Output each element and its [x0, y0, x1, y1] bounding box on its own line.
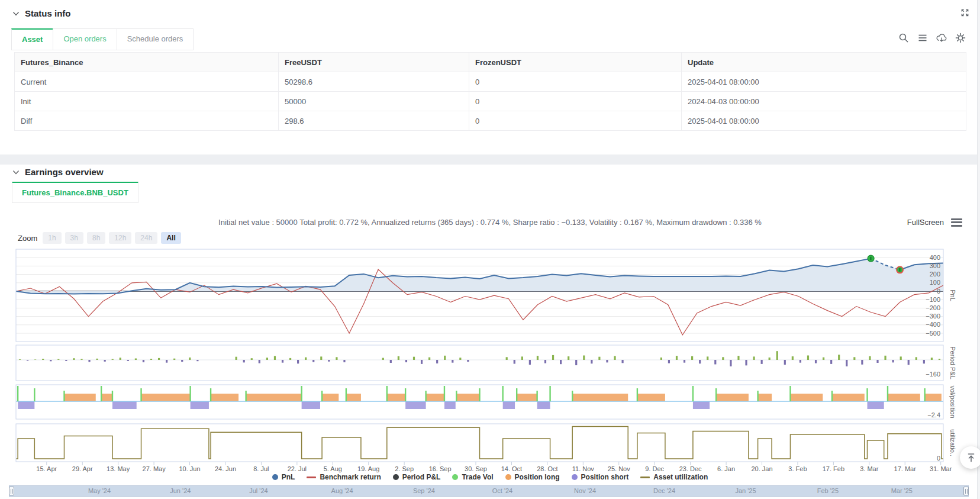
tab-futures-binance-bnb-usdt[interactable]: Futures_Binance.BNB_USDT: [12, 182, 138, 203]
navigator-month-label: May '24: [88, 487, 111, 494]
column-header-freeusdt: FreeUSDT: [279, 53, 469, 72]
svg-text:−500: −500: [926, 330, 940, 337]
menu-icon[interactable]: [917, 33, 928, 43]
svg-text:23. Dec: 23. Dec: [679, 465, 702, 472]
legend-label: Position long: [515, 473, 560, 481]
navigator-handle-right[interactable]: [963, 487, 969, 495]
table-cell: 0: [469, 111, 682, 131]
chart-menu-icon[interactable]: [951, 218, 962, 227]
svg-text:0: 0: [937, 288, 940, 295]
legend-item[interactable]: Trade Vol: [452, 473, 493, 481]
svg-text:100: 100: [930, 279, 940, 286]
legend-marker: [272, 474, 278, 480]
earnings-chart[interactable]: 4003002001000−100−200−300−400−500−160−2.…: [0, 246, 980, 473]
legend-item[interactable]: Position short: [572, 473, 629, 481]
svg-text:20. Jan: 20. Jan: [751, 465, 772, 472]
legend-item[interactable]: Period P&L: [393, 473, 441, 481]
chevron-down-icon[interactable]: [12, 9, 20, 18]
chart-fullscreen-controls: FullScreen: [907, 218, 962, 227]
status-section-title: Status info: [25, 8, 71, 18]
svg-text:25. Nov: 25. Nov: [608, 465, 630, 472]
search-icon[interactable]: [898, 33, 909, 43]
svg-text:400: 400: [930, 254, 940, 261]
svg-text:29. Apr: 29. Apr: [72, 465, 93, 472]
earnings-overview-card: Earnings overview Futures_Binance.BNB_US…: [0, 165, 980, 499]
column-header-frozenusdt: FrozenUSDT: [469, 53, 682, 72]
back-to-top-icon: [966, 452, 976, 463]
zoom-8h-button[interactable]: 8h: [87, 232, 105, 244]
gear-icon[interactable]: [955, 33, 966, 43]
navigator-month-label: Oct '24: [492, 487, 513, 494]
legend-label: Position short: [581, 473, 629, 481]
navigator-month-label: Sep '24: [413, 487, 435, 494]
zoom-label: Zoom: [18, 234, 37, 243]
table-row: Init5000002024-04-03 00:00:00: [15, 92, 966, 111]
zoom-24h-button[interactable]: 24h: [135, 232, 157, 244]
navigator-month-label: Dec '24: [653, 487, 675, 494]
svg-text:3. Feb: 3. Feb: [788, 465, 807, 472]
earnings-section-header[interactable]: Earnings overview: [12, 167, 104, 177]
svg-text:3. Mar: 3. Mar: [860, 465, 879, 472]
table-row: Current50298.602025-04-01 08:00:00: [15, 72, 966, 92]
tab-schedule-orders[interactable]: Schedule orders: [117, 28, 194, 50]
legend-marker: [640, 477, 650, 478]
back-to-top-button[interactable]: [960, 446, 980, 469]
zoom-1h-button[interactable]: 1h: [43, 232, 61, 244]
table-cell[interactable]: Current: [15, 72, 279, 92]
svg-text:8. Jul: 8. Jul: [253, 465, 269, 472]
legend-item[interactable]: Asset utilization: [640, 473, 708, 481]
table-row: Diff298.602025-04-01 08:00:00: [15, 111, 966, 131]
column-header-update: Update: [682, 53, 966, 72]
navigator-handle-left[interactable]: [9, 487, 14, 495]
legend-marker: [307, 477, 316, 478]
status-section-header[interactable]: Status info: [12, 8, 71, 18]
svg-text:28. Oct: 28. Oct: [537, 465, 557, 472]
chart-navigator[interactable]: May '24Jun '24Jul '24Aug '24Sep '24Oct '…: [9, 485, 969, 497]
svg-text:6. Jan: 6. Jan: [717, 465, 735, 472]
zoom-all-button[interactable]: All: [161, 232, 180, 244]
navigator-month-label: Mar '25: [891, 487, 913, 494]
legend-marker: [505, 474, 511, 480]
status-table: Futures_BinanceFreeUSDTFrozenUSDTUpdateC…: [14, 52, 966, 131]
navigator-month-label: Jul '24: [249, 487, 267, 494]
svg-text:13. May: 13. May: [107, 465, 130, 472]
legend-item[interactable]: Position long: [505, 473, 560, 481]
download-icon[interactable]: [936, 33, 947, 43]
svg-text:300: 300: [930, 262, 940, 269]
zoom-12h-button[interactable]: 12h: [109, 232, 131, 244]
legend-item[interactable]: Benchmark return: [307, 473, 381, 481]
tab-open-orders[interactable]: Open orders: [53, 28, 117, 50]
status-toolbar: [898, 33, 966, 43]
svg-text:vol/position: vol/position: [949, 385, 956, 418]
table-cell: 298.6: [279, 111, 469, 131]
svg-text:16. Sep: 16. Sep: [429, 465, 452, 472]
table-cell: 0: [469, 72, 682, 92]
tab-asset[interactable]: Asset: [11, 28, 53, 50]
status-info-card: Status info Asset Open orders Schedule o…: [0, 0, 980, 154]
table-cell: 2025-04-01 08:00:00: [682, 111, 966, 131]
table-cell: Diff: [15, 111, 279, 131]
chart-fullscreen-button[interactable]: FullScreen: [907, 218, 944, 227]
navigator-month-label: Aug '24: [331, 487, 353, 494]
svg-text:−2.4: −2.4: [927, 411, 940, 418]
svg-text:−300: −300: [926, 313, 940, 320]
column-header-futures_binance: Futures_Binance: [15, 53, 279, 72]
svg-text:5. Aug: 5. Aug: [324, 465, 342, 472]
svg-text:Period P&L: Period P&L: [949, 346, 956, 379]
legend-marker: [452, 474, 458, 480]
svg-text:−400: −400: [926, 321, 940, 328]
svg-text:24. Jun: 24. Jun: [215, 465, 236, 472]
navigator-month-label: Jun '24: [170, 487, 191, 494]
zoom-3h-button[interactable]: 3h: [65, 232, 83, 244]
svg-text:31. Mar: 31. Mar: [930, 465, 952, 472]
navigator-month-label: Nov '24: [574, 487, 596, 494]
legend-marker: [393, 474, 399, 480]
svg-text:22. Jul: 22. Jul: [288, 465, 307, 472]
legend-item[interactable]: PnL: [272, 473, 295, 481]
page-scrollbar[interactable]: [977, 0, 980, 499]
navigator-month-label: Jan '25: [735, 487, 756, 494]
svg-text:11. Nov: 11. Nov: [572, 465, 595, 472]
earnings-stats: Initial net value : 50000 Total profit: …: [14, 218, 966, 227]
fullscreen-icon[interactable]: [960, 8, 970, 18]
chevron-down-icon[interactable]: [12, 168, 20, 176]
